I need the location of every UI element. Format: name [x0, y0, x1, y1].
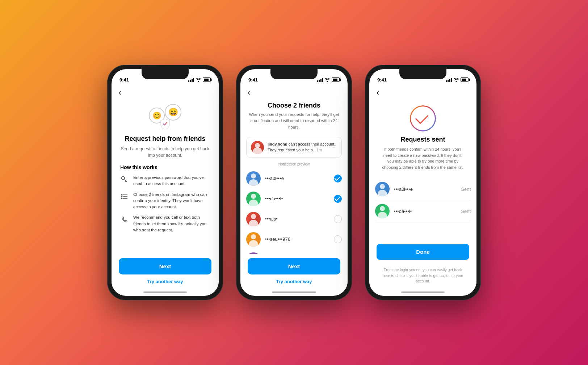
battery-icon-2: [332, 77, 340, 82]
shield-icon-1: [160, 118, 170, 129]
status-time-2: 9:41: [248, 77, 258, 83]
how-item-3: We recommend you call or text both frien…: [120, 214, 210, 233]
sent-status-0: Sent: [461, 186, 471, 192]
p3-header: Requests sent If both friends confirm wi…: [369, 100, 476, 178]
status-time-1: 9:41: [119, 77, 129, 83]
notch-2: [270, 69, 318, 79]
back-button-1[interactable]: ‹: [112, 85, 219, 100]
notif-username: lindy.hong: [268, 142, 287, 146]
bottom-section-3: Done From the login screen, you can easi…: [369, 239, 476, 290]
status-icons-2: [317, 77, 340, 82]
friend-name-3: •••seu•••976: [265, 236, 329, 242]
page-subtitle-1: Send a request to friends to help you ge…: [120, 146, 210, 159]
phone-frame-3: 9:41 ‹: [365, 65, 481, 300]
friend-name-2: •••als•: [265, 216, 329, 222]
success-checkmark: [415, 111, 429, 124]
page-title-2: Choose 2 friends: [248, 102, 340, 109]
friend-item-1[interactable]: •••da•••l•: [246, 189, 342, 209]
phone-2: 9:41 ‹ Ch: [236, 65, 352, 300]
friend-avatar-3: [246, 232, 261, 247]
notif-text: lindy.hong can't access their account. T…: [268, 142, 337, 153]
home-indicator-2: [272, 291, 316, 293]
notification-preview-label: Notification preview: [240, 162, 348, 166]
svg-point-0: [122, 177, 125, 180]
bottom-section-2: Next Try another way: [240, 254, 348, 290]
friend-name-1: •••da•••l•: [265, 196, 329, 201]
friend-check-3[interactable]: [334, 235, 342, 243]
svg-point-4: [121, 194, 122, 195]
sent-item-1: •••da•••l• Sent: [375, 200, 471, 222]
phone-icon: [120, 215, 129, 224]
friend-check-2[interactable]: [334, 215, 342, 223]
back-button-3[interactable]: ‹: [369, 85, 476, 100]
notch-3: [399, 69, 446, 79]
try-another-button-1[interactable]: Try another way: [147, 279, 183, 284]
svg-point-6: [121, 198, 122, 199]
phone-screen-1: 9:41 ‹: [112, 69, 219, 296]
phone-frame-1: 9:41 ‹: [107, 65, 223, 300]
home-indicator-1: [143, 291, 187, 293]
list-icon: [120, 192, 129, 201]
screen-body-2: Choose 2 friends When you send your requ…: [240, 100, 348, 254]
battery-icon-3: [461, 77, 469, 82]
notification-preview: lindy.hong can't access their account. T…: [246, 137, 342, 158]
how-title-1: How this works: [120, 164, 158, 170]
illustration-1: 😊 😄: [149, 104, 181, 129]
status-icons-1: [188, 77, 211, 82]
friend-item-2[interactable]: •••als•: [246, 209, 342, 229]
friend-avatar-1: [246, 192, 261, 206]
phone-frame-2: 9:41 ‹ Ch: [236, 65, 352, 300]
friend-avatar-0: [246, 171, 261, 186]
phone-screen-3: 9:41 ‹: [369, 69, 476, 296]
next-button-2[interactable]: Next: [248, 258, 340, 274]
try-another-button-2[interactable]: Try another way: [276, 279, 312, 284]
how-text-3: We recommend you call or text both frien…: [133, 214, 210, 233]
friend-avatar-2: [246, 212, 261, 226]
screen-body-3: Requests sent If both friends confirm wi…: [369, 100, 476, 239]
page-subtitle-3: If both friends confirm within 24 hours,…: [377, 146, 469, 170]
status-time-3: 9:41: [377, 77, 387, 83]
friend-item-4[interactable]: ••f: [246, 249, 342, 254]
notif-time: 1m: [316, 148, 322, 152]
friend-list: •••a0l•••e •••da•••l•: [240, 168, 348, 254]
sent-status-1: Sent: [461, 209, 471, 214]
friend-avatar-4: [246, 252, 261, 254]
sent-name-0: •••a0l•••e: [394, 186, 457, 192]
signal-bars-3: [446, 78, 452, 82]
success-circle: [410, 105, 436, 131]
sent-name-1: •••da•••l•: [394, 209, 457, 214]
how-item-2: Choose 2 friends on Instagram who can co…: [120, 192, 210, 210]
how-item-1: Enter a previous password that you've us…: [120, 175, 210, 187]
page-subtitle-2: When you send your requests for help, th…: [248, 112, 340, 130]
wifi-icon-3: [454, 78, 459, 82]
friend-item-0[interactable]: •••a0l•••e: [246, 168, 342, 189]
friend-check-0[interactable]: [334, 175, 342, 182]
how-text-2: Choose 2 friends on Instagram who can co…: [133, 192, 210, 210]
back-button-2[interactable]: ‹: [240, 85, 348, 100]
friend-item-3[interactable]: •••seu•••976: [246, 229, 342, 249]
footer-text: From the login screen, you can easily ge…: [377, 267, 469, 284]
next-button-1[interactable]: Next: [119, 258, 211, 274]
friend-check-1[interactable]: [334, 195, 342, 203]
face-emoji-2: 😄: [168, 108, 178, 117]
notch-1: [142, 69, 189, 79]
page-title-3: Requests sent: [400, 136, 445, 143]
notif-avatar: [251, 141, 264, 154]
svg-point-5: [121, 196, 122, 197]
sent-avatar-1: [375, 204, 390, 218]
done-button[interactable]: Done: [377, 244, 469, 260]
key-icon: [120, 175, 129, 184]
sent-item-0: •••a0l•••e Sent: [375, 178, 471, 200]
wifi-icon-1: [196, 78, 201, 82]
wifi-icon-2: [325, 78, 330, 82]
home-indicator-3: [401, 291, 445, 293]
phone-screen-2: 9:41 ‹ Ch: [240, 69, 348, 296]
phone-3: 9:41 ‹: [365, 65, 481, 300]
signal-bars-2: [317, 78, 323, 82]
sent-list: •••a0l•••e Sent •••da•••l• Sent: [369, 178, 476, 222]
screen-body-1: 😊 😄: [112, 100, 219, 254]
how-text-1: Enter a previous password that you've us…: [133, 175, 210, 187]
friend-name-0: •••a0l•••e: [265, 176, 329, 181]
status-icons-3: [446, 77, 469, 82]
sent-avatar-0: [375, 182, 390, 196]
